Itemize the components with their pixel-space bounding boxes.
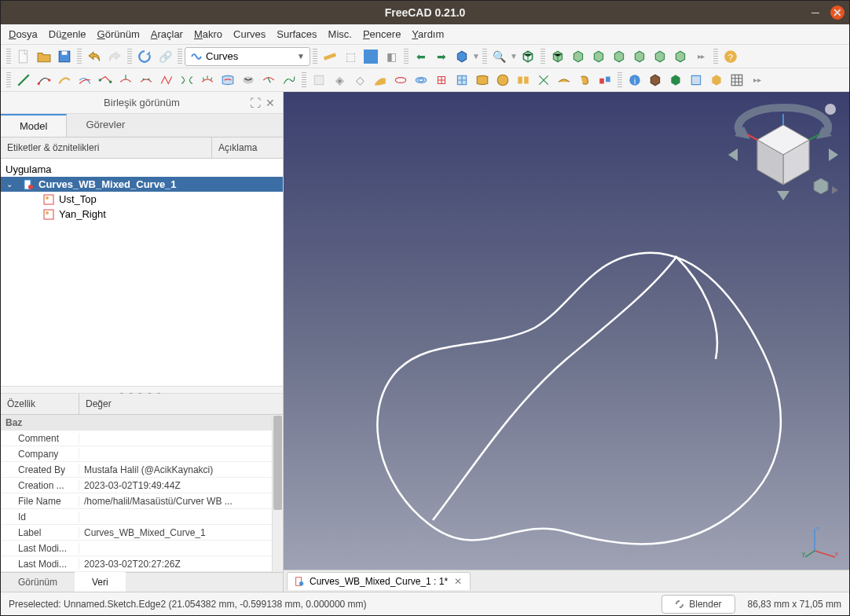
3d-viewport[interactable]: x y z Curves_WB_Mixed_Curve_1 : 1* ✕ (284, 92, 849, 592)
misc-grid-icon[interactable] (727, 71, 746, 90)
menu-view[interactable]: Görünüm (97, 28, 140, 40)
whats-this-icon[interactable]: ? (721, 47, 740, 66)
measure-icon[interactable] (321, 47, 339, 66)
surf-multi-icon[interactable] (595, 71, 614, 90)
toolbar-grip[interactable] (313, 49, 317, 64)
menu-misc[interactable]: Misc. (328, 28, 352, 40)
menu-windows[interactable]: Pencere (363, 28, 401, 40)
property-row[interactable]: Id (1, 509, 283, 525)
curve-trim-icon[interactable] (259, 71, 278, 90)
surf-sphere-icon[interactable] (493, 71, 512, 90)
tree-view[interactable]: Uygulama ⌄ Curves_WB_Mixed_Curve_1 Ust_T… (1, 159, 283, 386)
surf-flatten-icon[interactable] (555, 71, 573, 90)
misc-solid2-icon[interactable] (666, 71, 685, 90)
toolbar-grip[interactable] (127, 49, 132, 64)
property-row[interactable]: File Name/home/halil/Masaüstü/Curver WB … (1, 493, 283, 509)
open-file-icon[interactable] (35, 47, 53, 66)
view-top-icon[interactable] (569, 47, 588, 66)
workbench-selector[interactable]: Curves ▼ (185, 47, 310, 66)
curve-extend-icon[interactable] (75, 71, 94, 90)
refresh-icon[interactable] (135, 47, 154, 66)
close-button[interactable]: ✕ (830, 6, 845, 20)
tree-col-labels[interactable]: Etiketler & öznitelikleri (1, 138, 212, 158)
tab-model[interactable]: Model (1, 114, 67, 137)
surf-segment-icon[interactable] (452, 71, 471, 90)
misc-face-icon[interactable] (687, 71, 705, 90)
property-row[interactable]: LabelCurves_WB_Mixed_Curve_1 (1, 525, 283, 541)
property-row[interactable]: Last Modi...2023-03-02T20:27:26Z (1, 556, 283, 572)
panel-close-icon[interactable]: ✕ (266, 97, 278, 109)
property-row[interactable]: Last Modi... (1, 541, 283, 556)
tree-item-row[interactable]: Ust_Top (1, 192, 283, 207)
prop-col-value[interactable]: Değer (79, 394, 283, 414)
minimize-button[interactable]: ─ (808, 6, 823, 20)
misc-info-icon[interactable]: i (625, 71, 644, 90)
prop-value[interactable]: Curves_WB_Mixed_Curve_1 (79, 527, 283, 538)
tab-close-icon[interactable]: ✕ (452, 576, 463, 587)
property-row[interactable]: Created ByMustafa Halil (@AcikKaynakci) (1, 462, 283, 478)
tree-item-row[interactable]: Yan_Right (1, 207, 283, 222)
navigation-cube[interactable] (728, 100, 838, 202)
menu-curves[interactable]: Curves (233, 28, 266, 40)
property-row[interactable]: Company (1, 446, 283, 462)
document-tab[interactable]: Curves_WB_Mixed_Curve_1 : 1* ✕ (287, 572, 471, 590)
toolbar-grip[interactable] (404, 49, 409, 64)
view-right-icon[interactable] (589, 47, 608, 66)
iso-view-icon[interactable] (518, 47, 537, 66)
toolbar-grip[interactable] (713, 49, 718, 64)
curve-edit-icon[interactable] (35, 71, 53, 90)
curve-blend-icon[interactable] (178, 71, 196, 90)
nav-forward-icon[interactable]: ➡ (432, 47, 451, 66)
color-icon[interactable] (361, 47, 380, 66)
view-rotate-icon[interactable] (671, 47, 690, 66)
surf-gordon-icon[interactable] (432, 71, 451, 90)
toolbar-grip[interactable] (77, 49, 82, 64)
tree-col-desc[interactable]: Açıklama (212, 138, 283, 158)
toolbar-grip[interactable] (6, 72, 11, 88)
toolbar-grip[interactable] (178, 49, 182, 64)
zoom-fit-icon[interactable]: 🔍 (490, 47, 509, 66)
curve-discretize-icon[interactable] (137, 71, 156, 90)
toolbar-grip[interactable] (540, 49, 545, 64)
curve-geom-icon[interactable] (280, 71, 299, 90)
surf-comp-icon[interactable] (473, 71, 492, 90)
property-row[interactable]: Creation ...2023-03-02T19:49:44Z (1, 478, 283, 493)
view-left-icon[interactable] (650, 47, 669, 66)
prop-col-name[interactable]: Özellik (1, 394, 79, 414)
tab-tasks[interactable]: Görevler (67, 114, 144, 137)
toolbar-grip[interactable] (482, 49, 487, 64)
surf-pipe-icon[interactable] (412, 71, 430, 90)
menu-file[interactable]: Dosya (9, 28, 38, 40)
toolbar-grip[interactable] (302, 72, 306, 88)
tree-app-row[interactable]: Uygulama (1, 162, 283, 177)
surf-sweep-icon[interactable] (371, 71, 390, 90)
menu-edit[interactable]: Düzenle (49, 28, 86, 40)
prop-value[interactable]: /home/halil/Masaüstü/Curver WB ... (79, 496, 283, 507)
view-bottom-icon[interactable] (630, 47, 649, 66)
scrollbar-thumb[interactable] (273, 416, 282, 510)
misc-comp-icon[interactable] (707, 71, 726, 90)
curve-split-icon[interactable] (116, 71, 135, 90)
surf-blend-icon[interactable] (514, 71, 533, 90)
more-icon[interactable]: ▸▸ (748, 71, 767, 90)
property-row[interactable]: Comment (1, 431, 283, 446)
splitter[interactable]: ----- (1, 386, 283, 394)
prop-value[interactable]: Mustafa Halil (@AcikKaynakci) (79, 464, 283, 475)
view-rear-icon[interactable] (610, 47, 628, 66)
curve-approximate-icon[interactable] (157, 71, 176, 90)
surf-rotate-icon[interactable] (575, 71, 594, 90)
collapse-icon[interactable]: ⌄ (4, 180, 15, 189)
curve-join-icon[interactable] (96, 71, 115, 90)
curve-zebra-icon[interactable] (239, 71, 258, 90)
scrollbar[interactable] (272, 415, 283, 572)
save-file-icon[interactable] (55, 47, 74, 66)
undo-icon[interactable] (85, 47, 104, 66)
prop-value[interactable]: 2023-03-02T20:27:26Z (79, 559, 283, 570)
panel-undock-icon[interactable]: ⛶ (250, 97, 262, 109)
tab-data[interactable]: Veri (75, 572, 126, 592)
toolbar-grip[interactable] (617, 72, 622, 88)
surf-profile-icon[interactable] (391, 71, 410, 90)
curve-mixed-icon[interactable] (55, 71, 74, 90)
menu-surfaces[interactable]: Surfaces (277, 28, 317, 40)
tab-view[interactable]: Görünüm (1, 573, 75, 592)
